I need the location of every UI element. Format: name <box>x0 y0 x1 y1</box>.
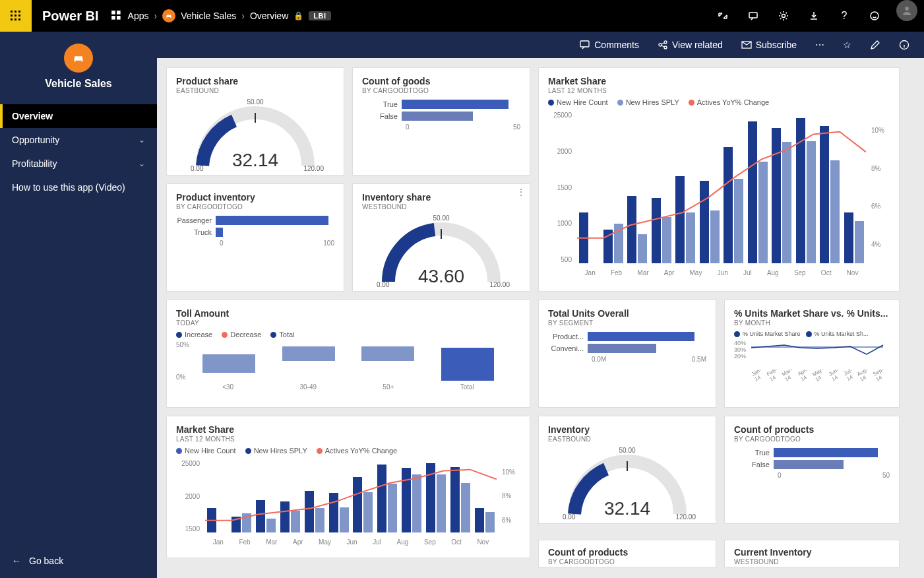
favorite-button[interactable]: ☆ <box>835 32 859 58</box>
info-button[interactable] <box>891 32 917 58</box>
smile-icon <box>869 11 880 21</box>
axis-tick: 0 <box>220 240 224 247</box>
arrow-left-icon: ← <box>12 556 21 566</box>
tile-subtitle: EASTBOUND <box>176 87 334 94</box>
subscribe-button[interactable]: Subscribe <box>733 32 805 58</box>
combo-chart: 250002000150010%8%6%JanFebMarAprMayJunJu… <box>176 460 520 546</box>
axis-tick: 20% <box>734 353 746 360</box>
legend-label: Total <box>279 331 294 338</box>
chart-legend: Increase Decrease Total <box>176 331 520 338</box>
action-label: View related <box>672 40 723 50</box>
sidebar-item-profitability[interactable]: Profitability⌄ <box>0 152 157 176</box>
svg-rect-3 <box>11 15 13 16</box>
axis-tick: 0 <box>778 472 782 479</box>
breadcrumb-workspace[interactable]: Vehicle Sales <box>181 11 236 21</box>
gauge-value: 43.60 <box>375 266 507 287</box>
sidebar-item-howto[interactable]: How to use this app (Video) <box>0 176 157 199</box>
tile-count-goods[interactable]: Count of goods BY CARGOODTOGO True False… <box>352 67 530 176</box>
svg-rect-2 <box>18 11 20 13</box>
legend-label: % Units Market Sh... <box>815 331 869 337</box>
sidebar-item-opportunity[interactable]: Opportunity⌄ <box>0 128 157 152</box>
tile-subtitle: BY MONTH <box>734 319 890 327</box>
legend-label: % Units Market Share <box>743 331 801 337</box>
gear-icon <box>778 11 789 21</box>
tile-count-products-2[interactable]: Count of products BY CARGOODTOGO <box>538 540 716 567</box>
axis-tick: 30-49 <box>299 383 317 391</box>
tile-units-marketshare[interactable]: % Units Market Share vs. % Units... BY M… <box>724 300 900 408</box>
chevron-down-icon: ⌄ <box>139 135 145 144</box>
legend-label: New Hire Count <box>557 98 608 106</box>
app-launcher[interactable] <box>0 0 32 32</box>
tile-toll-amount[interactable]: Toll Amount TODAY Increase Decrease Tota… <box>166 300 530 408</box>
settings-button[interactable] <box>768 0 799 32</box>
tile-title: Product inventory <box>176 192 334 203</box>
actionbar: Comments View related Subscribe ⋯ ☆ <box>157 32 924 58</box>
chart-legend: New Hire Count New Hires SPLY Actives Yo… <box>548 98 890 106</box>
tile-inventory-share[interactable]: ⋮ Inventory share WESTBOUND 50.00 0.00 1… <box>352 183 530 292</box>
topbar: Power BI Apps › Vehicle Sales › Overview… <box>0 0 924 32</box>
tile-count-products[interactable]: Count of products BY CARGOODTOGO True Fa… <box>724 416 900 524</box>
feedback-button[interactable] <box>859 0 890 32</box>
sidebar-item-label: How to use this app (Video) <box>12 182 125 193</box>
tile-title: Total Units Overall <box>548 308 706 319</box>
fullscreen-button[interactable] <box>708 0 738 32</box>
svg-point-19 <box>664 41 667 44</box>
topbar-actions: ? <box>708 0 924 32</box>
person-icon <box>901 5 913 16</box>
star-icon: ☆ <box>843 40 851 50</box>
edit-button[interactable] <box>862 32 888 58</box>
tile-subtitle: TODAY <box>176 319 520 327</box>
tile-market-share-2[interactable]: Market Share LAST 12 MONTHS New Hire Cou… <box>166 416 530 558</box>
tile-title: Market Share <box>176 424 520 435</box>
tile-more-button[interactable]: ⋮ <box>516 187 526 197</box>
car-icon <box>71 51 86 65</box>
brand-label: Power BI <box>42 9 99 24</box>
comments-button[interactable]: Comments <box>572 32 647 58</box>
hbar-label: False <box>362 112 402 120</box>
tile-product-inventory[interactable]: Product inventory BY CARGOODTOGO Passeng… <box>166 183 344 292</box>
download-button[interactable] <box>799 0 829 32</box>
svg-point-15 <box>871 12 878 20</box>
tile-subtitle: BY CARGOODTOGO <box>176 203 334 210</box>
svg-rect-13 <box>749 13 757 18</box>
chat-icon <box>748 11 758 21</box>
legend-label: New Hires SPLY <box>626 98 679 106</box>
svg-rect-0 <box>11 11 13 13</box>
view-related-button[interactable]: View related <box>650 32 731 58</box>
tile-subtitle: BY CARGOODTOGO <box>362 87 520 94</box>
axis-tick: <30 <box>222 383 233 391</box>
svg-rect-12 <box>117 16 121 20</box>
sidebar-title: Vehicle Sales <box>0 78 157 90</box>
tile-current-inventory[interactable]: Current Inventory WESTBOUND <box>724 540 900 567</box>
action-label: Comments <box>594 40 639 50</box>
lock-icon: 🔒 <box>293 11 303 20</box>
axis-tick: 40% <box>734 340 746 346</box>
tile-market-share[interactable]: Market Share LAST 12 MONTHS New Hire Cou… <box>538 67 900 292</box>
legend-label: New Hires SPLY <box>254 447 307 455</box>
breadcrumb-apps[interactable]: Apps <box>128 11 149 21</box>
tile-title: Current Inventory <box>734 547 890 558</box>
more-button[interactable]: ⋯ <box>807 32 832 58</box>
legend-label: Actives YoY% Change <box>325 447 397 455</box>
tile-title: % Units Market Share vs. % Units... <box>734 308 890 319</box>
pencil-icon <box>870 40 880 50</box>
waffle-icon <box>11 11 21 21</box>
axis-tick: 0 <box>406 123 410 131</box>
chevron-right-icon: › <box>154 11 158 21</box>
chat-button[interactable] <box>738 0 768 32</box>
breadcrumb-page[interactable]: Overview <box>250 11 288 21</box>
tile-product-share[interactable]: Product share EASTBOUND 50.00 0.00 120.0… <box>166 67 344 176</box>
go-back-button[interactable]: ← Go back <box>12 556 63 566</box>
axis-tick: 0.0M <box>592 356 606 363</box>
svg-rect-17 <box>580 41 589 47</box>
avatar[interactable] <box>896 0 917 21</box>
axis-tick: 30% <box>734 346 746 353</box>
tile-total-units[interactable]: Total Units Overall BY SEGMENT Product..… <box>538 300 716 408</box>
combo-chart: 2500020001500100050010%8%6%4%JanFebMarAp… <box>548 112 890 276</box>
help-button[interactable]: ? <box>829 0 859 32</box>
svg-rect-10 <box>117 11 121 15</box>
sidebar-item-overview[interactable]: Overview <box>0 104 157 128</box>
tile-inventory[interactable]: Inventory EASTBOUND 50.00 0.00 120.00 32… <box>538 416 716 524</box>
tile-subtitle: WESTBOUND <box>362 203 520 210</box>
tile-title: Count of products <box>548 547 706 558</box>
